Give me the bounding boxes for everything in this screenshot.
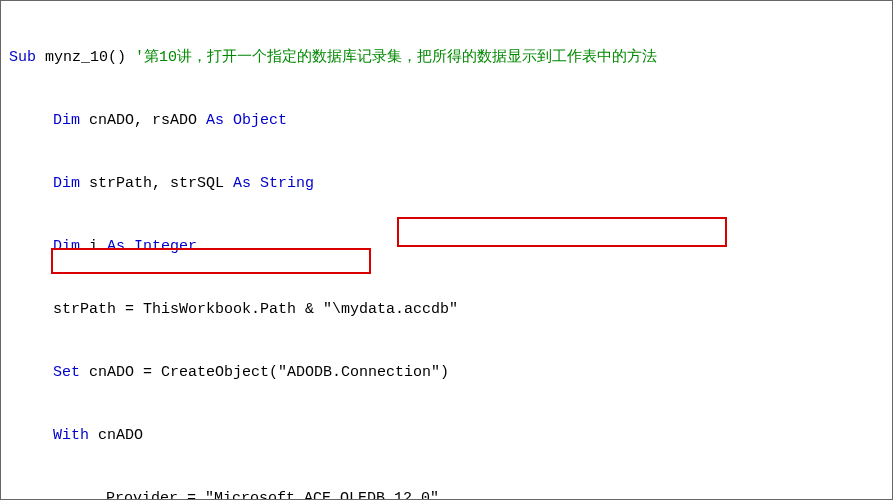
kw-sub: Sub xyxy=(9,49,36,66)
code-line: Dim i As Integer xyxy=(9,236,884,257)
kw-with: With xyxy=(53,427,89,444)
code-line: Set cnADO = CreateObject("ADODB.Connecti… xyxy=(9,362,884,383)
code-line: With cnADO xyxy=(9,425,884,446)
code-text: i xyxy=(80,238,107,255)
code-text: cnADO = CreateObject("ADODB.Connection") xyxy=(80,364,449,381)
comment: '第10讲，打开一个指定的数据库记录集，把所得的数据显示到工作表中的方法 xyxy=(135,49,657,66)
kw-dim: Dim xyxy=(53,238,80,255)
code-line: Dim cnADO, rsADO As Object xyxy=(9,110,884,131)
code-text: cnADO xyxy=(89,427,143,444)
code-text: strPath, strSQL xyxy=(80,175,233,192)
kw-as: As Object xyxy=(206,112,287,129)
kw-as: As Integer xyxy=(107,238,197,255)
proc-name: mynz_10() xyxy=(36,49,135,66)
code-line: strPath = ThisWorkbook.Path & "\mydata.a… xyxy=(9,299,884,320)
kw-dim: Dim xyxy=(53,112,80,129)
code-line: .Provider = "Microsoft.ACE.OLEDB.12.0" xyxy=(9,488,884,500)
code-line: Sub mynz_10() '第10讲，打开一个指定的数据库记录集，把所得的数据… xyxy=(9,47,884,68)
kw-set: Set xyxy=(53,364,80,381)
code-text: strPath = ThisWorkbook.Path & "\mydata.a… xyxy=(53,301,458,318)
kw-dim: Dim xyxy=(53,175,80,192)
code-window: Sub mynz_10() '第10讲，打开一个指定的数据库记录集，把所得的数据… xyxy=(0,0,893,500)
code-text: cnADO, rsADO xyxy=(80,112,206,129)
code-line: Dim strPath, strSQL As String xyxy=(9,173,884,194)
code-text: .Provider = "Microsoft.ACE.OLEDB.12.0" xyxy=(97,490,439,500)
kw-as: As String xyxy=(233,175,314,192)
